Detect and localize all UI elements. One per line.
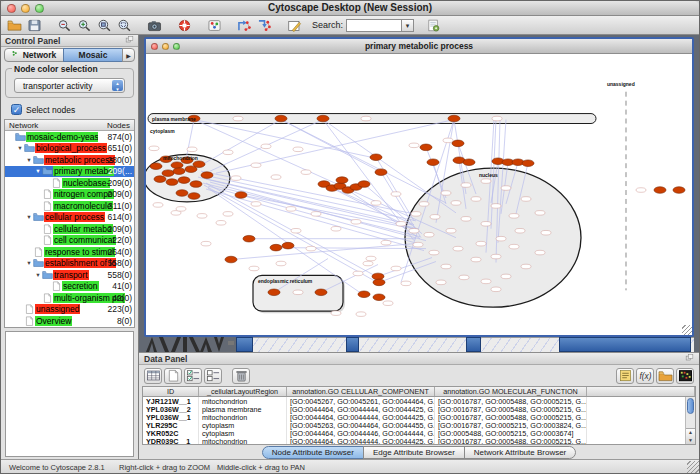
zoom-out-button[interactable] (55, 17, 74, 34)
label-notes-button[interactable] (616, 368, 634, 384)
tree-row[interactable]: ▼transport558(0) (5, 269, 134, 281)
column-header[interactable]: annotation.GO MOLECULAR_FUNCTION (435, 387, 587, 396)
network-node-label[interactable] (351, 220, 361, 225)
network-node-label[interactable] (501, 186, 511, 191)
network-node-label[interactable] (481, 279, 491, 284)
network-node-label[interactable] (187, 147, 197, 152)
network-node[interactable] (166, 179, 178, 186)
network-node-label[interactable] (411, 212, 421, 217)
tree-row[interactable]: cellular metabo209(0) (5, 223, 134, 235)
disclosure-triangle[interactable]: ▼ (16, 145, 24, 151)
more-tabs-button[interactable]: ▶ (122, 48, 135, 62)
network-node-label[interactable] (481, 222, 491, 227)
disclosure-triangle[interactable]: ▼ (25, 260, 33, 266)
background-window[interactable] (253, 337, 346, 352)
network-node[interactable] (427, 159, 439, 166)
network-node[interactable] (150, 163, 162, 170)
matrix-button[interactable] (676, 368, 694, 384)
tab-network[interactable]: Network (4, 48, 64, 62)
network-node[interactable] (370, 154, 382, 161)
network-node[interactable] (420, 144, 432, 151)
network-node[interactable] (225, 256, 237, 263)
tree-row[interactable]: ▼cellular process614(0) (5, 212, 134, 224)
disclosure-triangle[interactable]: ▼ (25, 214, 33, 220)
background-window[interactable] (481, 337, 559, 352)
network-node-label[interactable] (471, 257, 481, 262)
network-node-label[interactable] (535, 250, 545, 255)
minimize-button[interactable] (162, 43, 169, 50)
scrollbar-arrows[interactable]: ▲▼ (686, 428, 695, 444)
network-node-label[interactable] (419, 202, 429, 207)
network-node-label[interactable] (353, 271, 363, 276)
minimize-button[interactable] (21, 4, 30, 13)
layout-a-button[interactable] (235, 17, 254, 34)
network-node-label[interactable] (233, 116, 243, 121)
tab-node-attribute-browser[interactable]: Node Attribute Browser (262, 446, 364, 459)
network-node-label[interactable] (176, 207, 186, 212)
network-node-label[interactable] (293, 147, 303, 152)
network-node-label[interactable] (363, 261, 373, 266)
tree-row[interactable]: cell communicat22(0) (5, 235, 134, 247)
network-node-label[interactable] (276, 261, 286, 266)
network-node-label[interactable] (331, 311, 341, 316)
network-node-label[interactable] (286, 207, 296, 212)
tree-row[interactable]: multi-organism pro42(0) (5, 292, 134, 304)
network-node[interactable] (188, 193, 200, 200)
network-node-label[interactable] (197, 214, 207, 219)
network-node[interactable] (654, 187, 666, 194)
network-node-label[interactable] (409, 143, 419, 148)
network-node-label[interactable] (446, 228, 456, 233)
network-node-label[interactable] (509, 214, 519, 219)
zoom-window-button[interactable] (173, 43, 180, 50)
network-node-label[interactable] (356, 312, 366, 317)
resize-grip[interactable] (687, 461, 699, 473)
network-node[interactable] (373, 294, 385, 301)
network-node-label[interactable] (491, 287, 501, 292)
node-color-select[interactable]: transporter activity ▲▼ (14, 78, 125, 93)
disclosure-triangle[interactable]: ▼ (34, 272, 42, 278)
zoom-fit-button[interactable] (115, 17, 134, 34)
network-node[interactable] (154, 176, 166, 183)
network-node[interactable] (315, 289, 327, 296)
network-node-label[interactable] (509, 244, 519, 249)
network-node-label[interactable] (261, 144, 271, 149)
background-window[interactable] (236, 337, 253, 352)
network-node[interactable] (243, 235, 255, 242)
new-attribute-button[interactable] (164, 368, 182, 384)
network-node-label[interactable] (361, 116, 371, 121)
tree-row[interactable]: ▼biological_process651(0) (5, 143, 134, 155)
network-node-label[interactable] (271, 175, 281, 180)
network-node-label[interactable] (481, 179, 491, 184)
help-button[interactable] (175, 17, 194, 34)
import-button[interactable] (656, 368, 674, 384)
layout-b-button[interactable] (255, 17, 274, 34)
network-node-label[interactable] (223, 150, 233, 155)
tab-network-attribute-browser[interactable]: Network Attribute Browser (464, 446, 576, 459)
network-node[interactable] (275, 115, 287, 122)
background-window[interactable] (466, 337, 481, 352)
network-node[interactable] (373, 279, 385, 286)
close-button[interactable] (7, 4, 16, 13)
delete-attribute-button[interactable] (232, 368, 250, 384)
tab-edge-attribute-browser[interactable]: Edge Attribute Browser (363, 446, 465, 459)
network-node-label[interactable] (441, 264, 451, 269)
network-node-label[interactable] (249, 266, 259, 271)
network-node-label[interactable] (409, 228, 419, 233)
disclosure-triangle[interactable]: ▼ (34, 168, 42, 174)
network-node[interactable] (268, 289, 280, 296)
select-nodes-checkbox[interactable]: ✓ (11, 104, 22, 115)
network-node[interactable] (372, 273, 384, 280)
network-node-label[interactable] (311, 212, 321, 217)
resize-grip[interactable] (682, 325, 692, 335)
network-node[interactable] (173, 168, 185, 175)
tree-row[interactable]: ▼metabolic process280(0) (5, 154, 134, 166)
formula-button[interactable]: f(x) (636, 368, 654, 384)
scrollbar-thumb[interactable] (687, 398, 694, 414)
tab-mosaic[interactable]: Mosaic (63, 48, 123, 62)
tree-row[interactable]: mosaic-demo-yeast874(0) (5, 131, 134, 143)
table-scrollbar[interactable]: ▲▼ (685, 397, 695, 444)
network-node-label[interactable] (491, 204, 501, 209)
select-attributes-button[interactable] (184, 368, 202, 384)
plugin-button[interactable] (424, 17, 443, 34)
search-input[interactable] (346, 19, 401, 32)
